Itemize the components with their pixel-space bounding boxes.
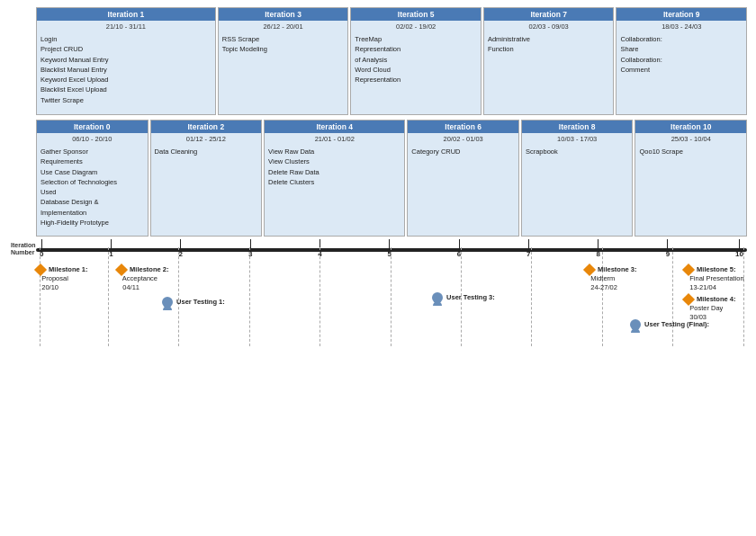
iteration-7-block: Iteration 7 02/03 - 09/03 Administrative…: [483, 7, 615, 115]
milestone-1-date: 20/10: [36, 283, 58, 291]
milestone-2-sublabel: Acceptance: [117, 274, 158, 282]
milestone-3: Milestone 3: Midterm 24-27/02: [585, 265, 636, 292]
tick-10: 10: [735, 239, 743, 258]
milestone-1-label: Milestone 1:: [49, 265, 87, 273]
iteration-2-date: 01/12 - 25/12: [155, 135, 258, 143]
iteration-1-block: Iteration 1 21/10 - 31/11 Login Project …: [36, 7, 216, 115]
dashed-line-1: [108, 247, 109, 346]
dashed-line-7: [531, 247, 532, 346]
tick-1: 1: [109, 239, 112, 258]
iteration-9-tasks: Collaboration: Share Collaboration: Comm…: [620, 34, 742, 75]
user-testing-final: User Testing (Final):: [630, 319, 709, 330]
dashed-line-4: [320, 247, 320, 346]
dashed-line-3: [249, 247, 250, 346]
user-testing-1-label: User Testing 1:: [176, 298, 225, 306]
iteration-0-header: Iteration 0: [37, 121, 148, 133]
iteration-2-tasks: Data Cleaning: [155, 147, 258, 156]
milestone-5: Milestone 5: Final Presentation 13-21/04: [684, 265, 744, 292]
milestone-2-label: Milestone 2:: [130, 265, 168, 273]
iteration-3-date: 26/12 - 20/01: [222, 22, 345, 31]
milestones-row: Milestone 1: Proposal 20/10 Milestone 2:…: [36, 261, 747, 342]
iteration-9-date: 18/03 - 24/03: [620, 22, 742, 31]
user-testing-final-label: User Testing (Final):: [644, 320, 709, 328]
tick-2: 2: [179, 239, 183, 258]
tick-7: 7: [526, 239, 530, 258]
iteration-4-date: 21/01 - 01/02: [268, 135, 400, 143]
milestone-3-label: Milestone 3:: [598, 265, 636, 273]
iteration-0-tasks: Gather Sponsor Requirements Use Case Dia…: [40, 147, 144, 228]
user-testing-1-icon: [162, 297, 173, 308]
iteration-0-block: Iteration 0 06/10 - 20/10 Gather Sponsor…: [36, 120, 148, 237]
iteration-5-header: Iteration 5: [351, 8, 481, 21]
milestone-5-date: 13-21/04: [684, 283, 716, 291]
iteration-9-block: Iteration 9 18/03 - 24/03 Collaboration:…: [616, 7, 747, 115]
diagram-container: Iteration 1 21/10 - 31/11 Login Project …: [0, 0, 756, 536]
iteration-8-block: Iteration 8 10/03 - 17/03 Scrapbook: [521, 120, 634, 237]
user-testing-3: User Testing 3:: [432, 292, 495, 303]
iteration-10-block: Iteration 10 25/03 - 10/04 Qoo10 Scrape: [634, 120, 747, 237]
iteration-10-date: 25/03 - 10/04: [639, 135, 742, 143]
milestone-4: Milestone 4: Poster Day 30/03: [684, 295, 735, 322]
milestone-4-label: Milestone 4:: [697, 295, 735, 303]
iteration-8-header: Iteration 8: [522, 121, 633, 133]
iteration-9-header: Iteration 9: [616, 8, 746, 21]
user-testing-3-label: User Testing 3:: [446, 293, 495, 301]
iteration-6-tasks: Category CRUD: [411, 147, 515, 156]
milestone-2: Milestone 2: Acceptance 04/11: [117, 265, 168, 292]
milestone-3-date: 24-27/02: [585, 283, 617, 291]
iteration-5-block: Iteration 5 02/02 - 19/02 TreeMap Repres…: [350, 7, 482, 115]
dashed-line-10: [743, 247, 744, 346]
iteration-7-tasks: Administrative Function: [488, 34, 610, 55]
iteration-number-label: IterationNumber: [11, 242, 36, 257]
dashed-line-9: [672, 247, 673, 346]
milestone-5-label: Milestone 5:: [697, 265, 735, 273]
iteration-6-header: Iteration 6: [408, 121, 518, 133]
tick-8: 8: [596, 239, 599, 258]
user-testing-1: User Testing 1:: [162, 297, 225, 308]
milestone-5-sublabel: Final Presentation: [684, 274, 744, 282]
iteration-0-date: 06/10 - 20/10: [40, 135, 144, 143]
tick-9: 9: [666, 239, 670, 258]
iteration-1-tasks: Login Project CRUD Keyword Manual Entry …: [40, 34, 212, 105]
iteration-5-date: 02/02 - 19/02: [355, 22, 477, 31]
iteration-3-block: Iteration 3 26/12 - 20/01 RSS Scrape Top…: [218, 7, 349, 115]
user-testing-final-icon: [630, 319, 641, 330]
iteration-6-block: Iteration 6 20/02 - 01/03 Category CRUD: [407, 120, 519, 237]
user-testing-3-icon: [432, 292, 443, 303]
iteration-8-tasks: Scrapbook: [526, 147, 629, 156]
iteration-3-tasks: RSS Scrape Topic Modeling: [222, 34, 345, 55]
iteration-6-date: 20/02 - 01/03: [411, 135, 515, 143]
milestone-2-date: 04/11: [117, 283, 140, 291]
iteration-2-block: Iteration 2 01/12 - 25/12 Data Cleaning: [150, 120, 263, 237]
iteration-10-tasks: Qoo10 Scrape: [639, 147, 742, 156]
iteration-2-header: Iteration 2: [151, 121, 262, 133]
iteration-1-header: Iteration 1: [37, 8, 215, 21]
iteration-7-header: Iteration 7: [484, 8, 614, 21]
milestone-4-sublabel: Poster Day: [684, 304, 723, 312]
dashed-line-5: [391, 247, 392, 346]
iteration-7-date: 02/03 - 09/03: [488, 22, 610, 31]
milestone-1: Milestone 1: Proposal 20/10: [36, 265, 87, 292]
iteration-5-tasks: TreeMap Representation of Analysis Word …: [355, 34, 477, 85]
iteration-10-header: Iteration 10: [635, 121, 746, 133]
iteration-3-header: Iteration 3: [219, 8, 348, 21]
iteration-4-header: Iteration 4: [265, 121, 404, 133]
iteration-4-tasks: View Raw Data View Clusters Delete Raw D…: [268, 147, 400, 187]
iteration-8-date: 10/03 - 17/03: [526, 135, 629, 143]
iteration-4-block: Iteration 4 21/01 - 01/02 View Raw Data …: [264, 120, 405, 237]
dashed-line-8: [602, 247, 603, 346]
iteration-1-date: 21/10 - 31/11: [40, 22, 212, 31]
